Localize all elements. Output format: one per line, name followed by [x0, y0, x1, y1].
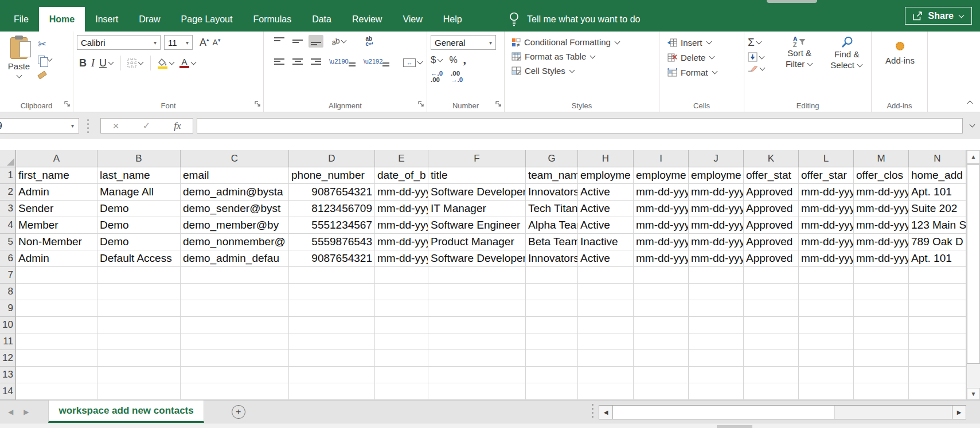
cell-E12[interactable] [375, 350, 428, 367]
cell-I6[interactable]: mm-dd-yyyy [634, 250, 689, 267]
row-header-13[interactable]: 13 [0, 367, 16, 383]
cell-G7[interactable] [526, 267, 578, 284]
row-header-12[interactable]: 12 [0, 350, 16, 367]
cell-M13[interactable] [854, 367, 909, 383]
cell-B1[interactable]: last_name [97, 167, 181, 184]
cell-A2[interactable]: Admin [16, 184, 97, 201]
cell-K11[interactable] [744, 333, 799, 350]
ribbon-tab-view[interactable]: View [392, 7, 432, 32]
cell-H1[interactable]: employme [578, 167, 634, 184]
column-header-J[interactable]: J [689, 150, 744, 167]
collapse-ribbon-button[interactable] [967, 101, 973, 107]
bold-button[interactable]: B [79, 57, 87, 69]
cell-J14[interactable] [689, 383, 744, 400]
decrease-decimal-button[interactable]: .00→.0 [451, 70, 463, 83]
cell-K12[interactable] [744, 350, 799, 367]
cell-H7[interactable] [578, 267, 634, 284]
column-header-F[interactable]: F [428, 150, 526, 167]
cell-A3[interactable]: Sender [16, 201, 97, 217]
cell-D6[interactable]: 9087654321 [289, 250, 375, 267]
cell-I3[interactable]: mm-dd-yyyy [634, 201, 689, 217]
cell-D10[interactable] [289, 317, 375, 333]
cell-E6[interactable]: mm-dd-yyyy [375, 250, 428, 267]
sheet-tab-active[interactable]: workspace add new contacts [48, 400, 204, 423]
align-right-button[interactable] [309, 56, 323, 69]
cell-J4[interactable]: mm-dd-yyyy [689, 217, 744, 234]
cell-A1[interactable]: first_name [16, 167, 97, 184]
paste-button[interactable]: Paste [3, 35, 34, 81]
orientation-button[interactable]: ab [331, 37, 347, 46]
cell-A8[interactable] [16, 284, 97, 300]
borders-button[interactable] [127, 58, 144, 68]
cell-F1[interactable]: title [428, 167, 526, 184]
column-header-H[interactable]: H [578, 150, 634, 167]
cell-I8[interactable] [634, 284, 689, 300]
cell-I4[interactable]: mm-dd-yyyy [634, 217, 689, 234]
cell-J10[interactable] [689, 317, 744, 333]
cell-I10[interactable] [634, 317, 689, 333]
cell-C11[interactable] [181, 333, 289, 350]
align-left-button[interactable] [272, 56, 287, 69]
cell-N14[interactable] [909, 383, 966, 400]
cell-F9[interactable] [428, 300, 526, 317]
cell-C13[interactable] [181, 367, 289, 383]
cut-button[interactable]: ✂ [37, 38, 54, 50]
cell-A7[interactable] [16, 267, 97, 284]
cell-D8[interactable] [289, 284, 375, 300]
cell-I14[interactable] [634, 383, 689, 400]
conditional-formatting-button[interactable]: ≠ Conditional Formatting [512, 35, 657, 49]
cell-C5[interactable]: demo_nonmember@ [181, 234, 289, 250]
cell-H4[interactable]: Active [578, 217, 634, 234]
underline-button[interactable]: U [99, 57, 114, 69]
increase-decimal-button[interactable]: ←.0.00 [431, 70, 443, 83]
cell-B11[interactable] [97, 333, 181, 350]
cell-D2[interactable]: 9087654321 [289, 184, 375, 201]
bottom-align-button[interactable] [309, 35, 323, 48]
number-format-select[interactable]: General ▾ [431, 35, 496, 50]
cell-K1[interactable]: offer_stat [744, 167, 799, 184]
cell-N1[interactable]: home_add [909, 167, 966, 184]
cell-G9[interactable] [526, 300, 578, 317]
cell-F10[interactable] [428, 317, 526, 333]
cell-A12[interactable] [16, 350, 97, 367]
cell-H2[interactable]: Active [578, 184, 634, 201]
cell-L14[interactable] [799, 383, 854, 400]
clear-button[interactable] [748, 65, 774, 72]
cell-A10[interactable] [16, 317, 97, 333]
merge-center-button[interactable]: ↔ [403, 58, 423, 67]
horizontal-scroll-track[interactable] [834, 406, 952, 419]
column-header-G[interactable]: G [526, 150, 578, 167]
format-as-table-button[interactable]: Format as Table [512, 49, 657, 64]
cell-M14[interactable] [854, 383, 909, 400]
cell-C14[interactable] [181, 383, 289, 400]
cell-F13[interactable] [428, 367, 526, 383]
row-header-7[interactable]: 7 [0, 267, 16, 284]
cell-G5[interactable]: Beta Team [526, 234, 578, 250]
cell-D11[interactable] [289, 333, 375, 350]
fill-color-button[interactable] [157, 58, 175, 69]
cell-A11[interactable] [16, 333, 97, 350]
cell-A9[interactable] [16, 300, 97, 317]
cell-L2[interactable]: mm-dd-yyyy [799, 184, 854, 201]
row-header-9[interactable]: 9 [0, 300, 16, 317]
enter-button[interactable]: ✓ [143, 120, 150, 131]
expand-formula-bar-button[interactable] [970, 122, 975, 128]
column-header-B[interactable]: B [97, 150, 181, 167]
cell-G14[interactable] [526, 383, 578, 400]
column-header-C[interactable]: C [181, 150, 289, 167]
cell-B2[interactable]: Manage All [97, 184, 181, 201]
alignment-dialog-launcher[interactable] [418, 99, 424, 109]
cell-G8[interactable] [526, 284, 578, 300]
column-header-I[interactable]: I [634, 150, 689, 167]
cell-I11[interactable] [634, 333, 689, 350]
cell-M6[interactable]: mm-dd-yyyy [854, 250, 909, 267]
cell-G2[interactable]: Innovators [526, 184, 578, 201]
cell-K4[interactable]: Approved [744, 217, 799, 234]
cell-B4[interactable]: Demo [97, 217, 181, 234]
font-name-select[interactable]: Calibri ▾ [77, 35, 161, 50]
cell-K7[interactable] [744, 267, 799, 284]
cell-B7[interactable] [97, 267, 181, 284]
copy-button[interactable] [37, 54, 54, 65]
cell-A5[interactable]: Non-Member [16, 234, 97, 250]
cell-D14[interactable] [289, 383, 375, 400]
